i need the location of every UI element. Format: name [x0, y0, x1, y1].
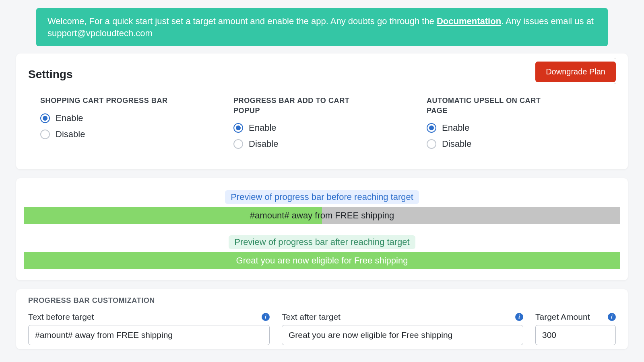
setting-group-cart-progress: SHOPPING CART PROGRESS BAR Enable Disabl…	[40, 96, 229, 155]
setting-group-upsell: AUTOMATIC UPSELL ON CART PAGE Enable Dis…	[427, 96, 616, 155]
radio-label: Disable	[249, 139, 278, 149]
radio-icon	[427, 123, 436, 133]
radio-enable[interactable]: Enable	[40, 113, 229, 123]
field-label: Text before target	[28, 312, 94, 322]
radio-icon	[427, 139, 436, 149]
radio-label: Enable	[56, 113, 83, 123]
field-text-before: Text before target i	[28, 312, 270, 345]
menu-dots-icon: ·	[614, 55, 616, 62]
progress-bar-before: #amount# away from FREE shipping	[24, 207, 620, 224]
setting-heading: AUTOMATIC UPSELL ON CART PAGE	[427, 96, 555, 115]
setting-group-popup-progress: PROGRESS BAR ADD TO CART POPUP Enable Di…	[233, 96, 423, 155]
preview-after-label: Preview of progress bar after reaching t…	[229, 235, 415, 249]
radio-label: Disable	[442, 139, 471, 149]
info-icon[interactable]: i	[262, 313, 270, 321]
radio-disable[interactable]: Disable	[427, 139, 616, 149]
banner-text-before: Welcome, For a quick start just set a ta…	[47, 16, 437, 26]
radio-disable[interactable]: Disable	[40, 129, 229, 140]
downgrade-plan-button[interactable]: Downgrade Plan	[535, 62, 616, 82]
text-after-input[interactable]	[282, 325, 523, 345]
progress-text-after: Great you are now eligible for Free ship…	[236, 255, 408, 266]
welcome-banner: Welcome, For a quick start just set a ta…	[36, 8, 608, 46]
progress-bar-after: Great you are now eligible for Free ship…	[24, 252, 620, 269]
field-text-after: Text after target i	[282, 312, 523, 345]
radio-disable[interactable]: Disable	[233, 139, 423, 149]
setting-heading: PROGRESS BAR ADD TO CART POPUP	[233, 96, 362, 115]
radio-enable[interactable]: Enable	[427, 123, 616, 133]
customization-card: PROGRESS BAR CUSTOMIZATION Text before t…	[16, 289, 628, 349]
preview-card: Preview of progress bar before reaching …	[16, 178, 628, 280]
settings-title: Settings	[28, 68, 72, 81]
setting-heading: SHOPPING CART PROGRESS BAR	[40, 96, 169, 105]
radio-label: Enable	[442, 123, 470, 133]
field-label: Text after target	[282, 312, 341, 322]
progress-text-before: #amount# away from FREE shipping	[250, 210, 394, 221]
radio-icon	[233, 123, 243, 133]
field-label: Target Amount	[535, 312, 590, 322]
radio-enable[interactable]: Enable	[233, 123, 423, 133]
info-icon[interactable]: i	[515, 313, 523, 321]
settings-card: · · Settings Downgrade Plan SHOPPING CAR…	[16, 53, 628, 169]
radio-label: Enable	[249, 123, 277, 133]
target-amount-input[interactable]	[535, 325, 616, 345]
documentation-link[interactable]: Documentation	[437, 16, 501, 26]
radio-icon	[40, 113, 50, 123]
radio-icon	[40, 130, 50, 139]
preview-before-label: Preview of progress bar before reaching …	[225, 190, 419, 204]
field-target-amount: Target Amount i	[535, 312, 616, 345]
text-before-input[interactable]	[28, 325, 270, 345]
radio-label: Disable	[56, 129, 85, 140]
info-icon[interactable]: i	[608, 313, 616, 321]
radio-icon	[233, 139, 243, 149]
customization-heading: PROGRESS BAR CUSTOMIZATION	[28, 296, 616, 305]
